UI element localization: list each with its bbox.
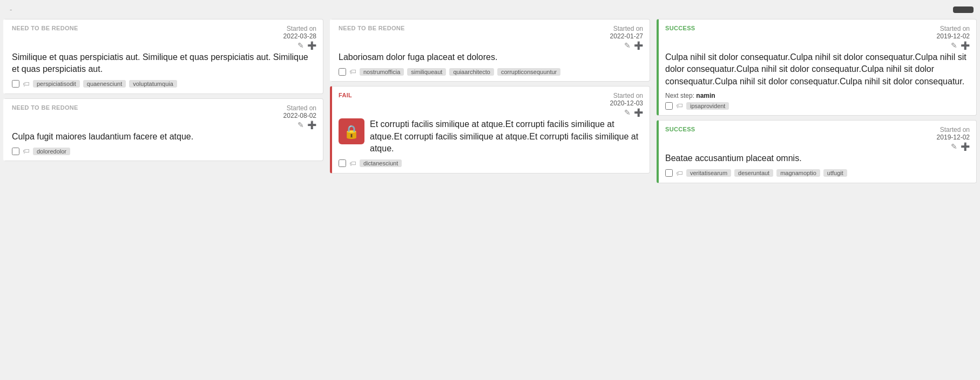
card-date-value: 2022-08-02 bbox=[283, 112, 316, 119]
cards-grid: NEED TO BE REDONEStarted on2022-03-28✎➕S… bbox=[0, 17, 980, 190]
card-body-text: Laboriosam dolor fuga placeat et dolores… bbox=[339, 52, 497, 62]
card-checkbox[interactable] bbox=[12, 148, 19, 155]
add-icon[interactable]: ➕ bbox=[307, 42, 316, 49]
card-date-value: 2019-12-02 bbox=[937, 134, 970, 141]
tag: veritatisearum bbox=[686, 169, 731, 177]
card-checkbox[interactable] bbox=[665, 169, 673, 177]
edit-icon[interactable]: ✎ bbox=[624, 42, 631, 49]
card-date-label: Started on bbox=[287, 25, 316, 32]
tag-icon: 🏷 bbox=[676, 169, 683, 177]
top-bar-left: - bbox=[6, 5, 15, 14]
card-0-1: NEED TO BE REDONEStarted on2022-08-02✎➕C… bbox=[3, 98, 323, 161]
card-body-text: Beatae accusantium placeat omnis. bbox=[665, 154, 802, 163]
card-date-label: Started on bbox=[940, 25, 970, 32]
card-col-0: NEED TO BE REDONEStarted on2022-03-28✎➕S… bbox=[0, 17, 327, 190]
top-bar: - bbox=[0, 0, 980, 17]
card-footer: 🏷perspiciatisoditquaenesciuntvoluptatumq… bbox=[12, 80, 316, 88]
tag-icon: 🏷 bbox=[23, 80, 30, 88]
card-footer: 🏷dictanesciunt bbox=[339, 159, 643, 168]
card-status: SUCCESS bbox=[665, 126, 695, 132]
card-date-area: Started on2020-12-03✎➕ bbox=[610, 92, 643, 116]
card-body-text: Similique et quas perspiciatis aut. Simi… bbox=[12, 52, 308, 74]
card-footer: 🏷nostrumofficiasimiliqueautquiaarchitect… bbox=[339, 68, 643, 76]
card-body: Culpa fugit maiores laudantium facere et… bbox=[12, 131, 316, 143]
tag: deseruntaut bbox=[734, 169, 773, 177]
card-date-area: Started on2022-08-02✎➕ bbox=[283, 104, 316, 129]
card-date-value: 2022-01-27 bbox=[610, 32, 643, 40]
card-status: NEED TO BE REDONE bbox=[12, 104, 78, 111]
card-body: Similique et quas perspiciatis aut. Simi… bbox=[12, 51, 316, 76]
card-header: NEED TO BE REDONEStarted on2022-03-28✎➕ bbox=[12, 25, 316, 49]
card-body: Beatae accusantium placeat omnis. bbox=[665, 152, 970, 164]
add-icon[interactable]: ➕ bbox=[307, 121, 316, 129]
lock-icon: 🔒 bbox=[339, 118, 364, 144]
card-col-2: SUCCESSStarted on2019-12-02✎➕Culpa nihil… bbox=[653, 17, 980, 190]
tag-icon: 🏷 bbox=[349, 68, 356, 76]
card-body-text: Culpa nihil sit dolor consequatur.Culpa … bbox=[665, 52, 967, 86]
tag-icon: 🏷 bbox=[349, 159, 356, 168]
card-body: Laboriosam dolor fuga placeat et dolores… bbox=[339, 51, 643, 63]
card-action-icons: ✎➕ bbox=[951, 143, 970, 150]
tag: doloredolor bbox=[33, 148, 70, 155]
add-icon[interactable]: ➕ bbox=[961, 42, 970, 49]
card-checkbox[interactable] bbox=[339, 68, 346, 76]
tag: similiqueaut bbox=[407, 68, 446, 76]
card-0-0: NEED TO BE REDONEStarted on2022-03-28✎➕S… bbox=[3, 19, 323, 94]
card-date-area: Started on2022-03-28✎➕ bbox=[283, 25, 316, 49]
card-col-1: NEED TO BE REDONEStarted on2022-01-27✎➕L… bbox=[327, 17, 653, 190]
card-action-icons: ✎➕ bbox=[298, 121, 316, 129]
tag-icon: 🏷 bbox=[676, 102, 683, 110]
tag-icon: 🏷 bbox=[23, 147, 30, 155]
tag: magnamoptio bbox=[776, 169, 820, 177]
card-checkbox[interactable] bbox=[12, 80, 19, 88]
card-2-0: SUCCESSStarted on2019-12-02✎➕Culpa nihil… bbox=[657, 19, 977, 116]
edit-icon[interactable]: ✎ bbox=[951, 42, 957, 49]
add-icon[interactable]: ➕ bbox=[961, 143, 970, 150]
edit-icon[interactable]: ✎ bbox=[298, 121, 304, 129]
card-date-label: Started on bbox=[287, 104, 316, 112]
card-action-icons: ✎➕ bbox=[298, 42, 316, 49]
next-step: Next step: namin bbox=[665, 92, 970, 99]
card-footer: 🏷doloredolor bbox=[12, 147, 316, 155]
tag: perspiciatisodit bbox=[33, 80, 80, 88]
card-date-area: Started on2022-01-27✎➕ bbox=[610, 25, 643, 49]
cards-container: NEED TO BE REDONEStarted on2022-03-28✎➕S… bbox=[0, 17, 980, 190]
sort-button[interactable] bbox=[953, 6, 974, 13]
card-footer: 🏷veritatisearumdeseruntautmagnamoptioutf… bbox=[665, 169, 970, 177]
card-header: FAILStarted on2020-12-03✎➕ bbox=[339, 92, 643, 116]
card-2-1: SUCCESSStarted on2019-12-02✎➕Beatae accu… bbox=[657, 120, 977, 183]
tag: corrupticonsequuntur bbox=[497, 68, 560, 76]
card-footer: 🏷ipsaprovident bbox=[665, 102, 970, 110]
tag: voluptatumquia bbox=[129, 80, 177, 88]
card-status: FAIL bbox=[339, 92, 352, 98]
edit-icon[interactable]: ✎ bbox=[298, 42, 304, 49]
add-icon[interactable]: ➕ bbox=[634, 109, 643, 116]
tag: utfugit bbox=[823, 169, 847, 177]
card-action-icons: ✎➕ bbox=[624, 109, 643, 116]
tag: dictanesciunt bbox=[360, 159, 402, 167]
card-date-label: Started on bbox=[613, 92, 643, 99]
card-body: 🔒Et corrupti facilis similique at atque.… bbox=[339, 118, 643, 155]
card-checkbox[interactable] bbox=[339, 159, 346, 167]
card-action-icons: ✎➕ bbox=[624, 42, 643, 49]
card-date-value: 2020-12-03 bbox=[610, 99, 643, 107]
card-1-1: FAILStarted on2020-12-03✎➕🔒Et corrupti f… bbox=[330, 86, 650, 173]
edit-icon[interactable]: ✎ bbox=[624, 109, 631, 116]
tag: nostrumofficia bbox=[360, 68, 404, 76]
add-icon[interactable]: ➕ bbox=[634, 42, 643, 49]
separator: - bbox=[10, 5, 12, 14]
tag: quaenesciunt bbox=[83, 80, 126, 88]
tag: quiaarchitecto bbox=[449, 68, 494, 76]
card-status: NEED TO BE REDONE bbox=[339, 25, 405, 31]
card-checkbox[interactable] bbox=[665, 102, 673, 110]
card-header: NEED TO BE REDONEStarted on2022-08-02✎➕ bbox=[12, 104, 316, 129]
tag: ipsaprovident bbox=[686, 102, 729, 110]
card-date-label: Started on bbox=[613, 25, 643, 32]
card-header: SUCCESSStarted on2019-12-02✎➕ bbox=[665, 126, 970, 150]
card-body-text: Et corrupti facilis similique at atque.E… bbox=[370, 119, 638, 153]
card-date-label: Started on bbox=[940, 126, 970, 134]
card-date-area: Started on2019-12-02✎➕ bbox=[937, 25, 970, 49]
card-date-area: Started on2019-12-02✎➕ bbox=[937, 126, 970, 150]
card-date-value: 2022-03-28 bbox=[283, 32, 316, 40]
edit-icon[interactable]: ✎ bbox=[951, 143, 957, 150]
